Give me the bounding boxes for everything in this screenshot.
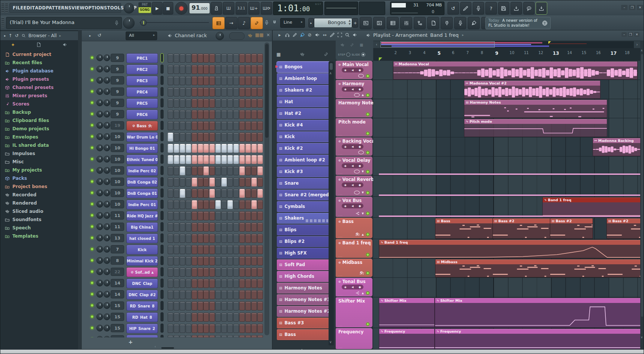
step-cell-11[interactable] (227, 144, 233, 153)
step-cell-11[interactable] (227, 87, 233, 96)
step-cell-16[interactable] (257, 110, 263, 119)
step-cell-5[interactable] (192, 223, 197, 232)
rack-grid-icon[interactable]: ▦▦ (255, 32, 264, 38)
channel-target-display[interactable]: 13 (111, 234, 124, 242)
step-cell-13[interactable] (239, 211, 245, 220)
track-mute-solo-pill[interactable]: ◉◀● (342, 285, 363, 289)
step-cell-10[interactable] (221, 99, 227, 108)
channel-enable-led[interactable] (90, 191, 94, 194)
track-content-oval-icon[interactable] (358, 151, 364, 154)
step-cell-3[interactable] (180, 268, 185, 277)
rack-close-icon[interactable]: × (266, 32, 270, 38)
step-cell-16[interactable] (257, 256, 263, 265)
step-cell-7[interactable] (203, 65, 209, 74)
step-cell-12[interactable] (233, 200, 239, 209)
playlist-maximize[interactable]: ❐ (628, 32, 633, 37)
channel-button[interactable]: Big China1 (126, 222, 158, 232)
track-header-backing-vocal[interactable]: ⊙Backing Vocal◉◀●... (336, 137, 372, 156)
browser-item-rendered[interactable]: Rendered (0, 199, 78, 207)
track-record-led[interactable] (366, 233, 369, 236)
step-cell-10[interactable] (221, 268, 227, 277)
step-cell-9[interactable] (215, 245, 221, 254)
step-cell-4[interactable] (186, 166, 191, 175)
step-cell-11[interactable] (227, 234, 233, 243)
step-cell-9[interactable] (215, 335, 221, 337)
slide-toggle[interactable] (361, 53, 365, 57)
step-cell-15[interactable] (251, 99, 257, 108)
step-cell-16[interactable] (257, 279, 263, 288)
channel-button[interactable]: DnB Conga 01 (126, 188, 158, 198)
channel-enable-led[interactable] (90, 259, 94, 262)
channel-select-strip[interactable] (161, 279, 164, 288)
step-cell-5[interactable] (192, 234, 197, 243)
typing-keyboard-button[interactable] (212, 17, 225, 29)
step-cell-4[interactable] (186, 245, 191, 254)
step-cell-12[interactable] (233, 144, 239, 153)
browser-item-demo-projects[interactable]: Demo projects (0, 125, 78, 133)
step-cell-10[interactable] (221, 54, 227, 63)
step-cell-15[interactable] (251, 121, 257, 130)
track-record-led[interactable] (366, 132, 369, 135)
step-cell-5[interactable] (192, 65, 197, 74)
step-cell-13[interactable] (239, 121, 245, 130)
step-cell-12[interactable] (233, 245, 239, 254)
track-lane-band-1-freq[interactable]: ∿Band 1 freq (373, 239, 640, 259)
step-cell-13[interactable] (239, 256, 245, 265)
step-cell-1[interactable] (168, 324, 173, 333)
clip-frequency[interactable]: ∿Frequency (435, 328, 640, 349)
step-cell-2[interactable] (174, 301, 179, 310)
channel-volume-knob[interactable] (104, 77, 110, 84)
channel-volume-knob[interactable] (104, 190, 110, 196)
step-cell-10[interactable] (221, 65, 227, 74)
track-options-dots[interactable]: ... (338, 152, 343, 155)
channel-button[interactable]: HIP_Snare_2 (126, 324, 158, 333)
time-display[interactable]: B:S:T 1:01:00 (273, 2, 323, 15)
step-cell-3[interactable] (180, 234, 185, 243)
link-button[interactable] (251, 17, 263, 29)
step-cell-13[interactable] (239, 144, 245, 153)
clip-label[interactable]: ∿Frequency (435, 329, 640, 334)
channel-pan-knob[interactable] (96, 122, 103, 129)
step-cell-6[interactable] (198, 76, 203, 85)
track-lane-tonal-bus[interactable] (373, 278, 640, 297)
step-cell-8[interactable] (209, 121, 215, 130)
clip-bass[interactable]: ▤Bass (435, 218, 493, 239)
channel-button[interactable]: PRC4 (126, 87, 158, 97)
channel-select-strip[interactable] (161, 121, 164, 130)
channel-enable-led[interactable] (90, 101, 94, 104)
step-cell-1[interactable] (168, 211, 173, 220)
step-cell-1[interactable] (168, 166, 173, 175)
step-cell-4[interactable] (186, 313, 191, 322)
step-cell-9[interactable] (215, 290, 221, 299)
channel-target-display[interactable]: 9 (111, 110, 124, 118)
channel-enable-led[interactable] (90, 281, 94, 285)
step-cell-16[interactable] (257, 301, 263, 310)
step-cell-10[interactable] (221, 234, 227, 243)
step-cell-3[interactable] (180, 279, 185, 288)
step-cell-15[interactable] (251, 87, 257, 96)
step-cell-4[interactable] (186, 76, 191, 85)
step-cell-15[interactable] (251, 110, 257, 119)
channel-target-display[interactable]: 10 (111, 178, 124, 186)
step-cell-3[interactable] (180, 76, 185, 85)
browser-item-clipboard-files[interactable]: Clipboard files (0, 116, 78, 125)
minimap-left-arrow[interactable]: ‹ (373, 41, 380, 48)
step-cell-16[interactable] (257, 87, 263, 96)
channel-target-display[interactable]: 14 (111, 279, 124, 287)
rack-menu-icon[interactable]: ▸ (89, 33, 91, 39)
step-cell-16[interactable] (257, 76, 263, 85)
track-options-dots[interactable]: ... (338, 133, 343, 136)
update-notification[interactable]: Today A newer version of FL Studio is av… (485, 17, 551, 29)
step-cell-4[interactable] (186, 234, 191, 243)
import-button[interactable] (536, 2, 547, 15)
step-cell-6[interactable] (198, 211, 203, 220)
step-cell-1[interactable] (168, 268, 173, 277)
step-cell-2[interactable] (174, 189, 179, 198)
clip-label[interactable]: ∿Shifter Mix (379, 298, 434, 303)
channel-volume-knob[interactable] (104, 223, 110, 230)
browser-item-channel-presets[interactable]: Channel presets (0, 83, 78, 92)
browser-tab-smart-icon[interactable]: ✦ (11, 42, 15, 48)
oscilloscope[interactable] (324, 2, 358, 15)
clip-band-1-freq[interactable]: ∿Band 1 freq (542, 197, 640, 217)
step-cell-2[interactable] (174, 245, 179, 254)
